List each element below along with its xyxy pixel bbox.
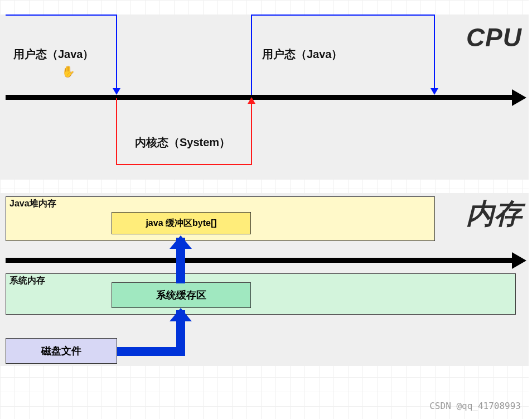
- user1-top-line: [6, 15, 117, 16]
- java-buffer-box: java 缓冲区byte[]: [112, 212, 251, 234]
- cpu-title: CPU: [466, 22, 522, 52]
- system-memory-label: 系统内存: [9, 275, 45, 287]
- system-buffer-label: 系统缓存区: [156, 288, 206, 302]
- memory-title: 内存: [466, 195, 522, 233]
- java-heap-label: Java堆内存: [9, 198, 56, 210]
- system-memory-box: 系统内存: [6, 273, 516, 315]
- system-buffer-box: 系统缓存区: [112, 282, 251, 308]
- cpu-timeline-arrow: [6, 95, 513, 100]
- disk-file-label: 磁盘文件: [41, 344, 81, 358]
- flow-sys-to-heap-arrow: [176, 238, 185, 283]
- user-state-1-label: 用户态（Java）: [13, 47, 94, 62]
- flow-disk-to-sys-arrow: [176, 310, 185, 356]
- kernel-bottom-line: [116, 164, 252, 165]
- flow-disk-horizontal: [117, 347, 185, 356]
- user-state-2-label: 用户态（Java）: [262, 47, 343, 62]
- kernel-up-arrow: [251, 98, 252, 165]
- user2-left-down: [251, 15, 252, 95]
- java-buffer-label: java 缓冲区byte[]: [146, 218, 216, 229]
- watermark-text: CSDN @qq_41708993: [429, 401, 521, 411]
- kernel-left-line: [116, 98, 117, 165]
- memory-panel: 内存 Java堆内存 java 缓冲区byte[] 系统内存 系统缓存区 磁盘文…: [0, 193, 532, 366]
- disk-file-box: 磁盘文件: [6, 338, 117, 364]
- user1-down-arrow: [116, 15, 117, 94]
- hand-cursor-icon: ✋: [61, 65, 75, 78]
- user2-top-line: [251, 15, 435, 16]
- user2-right-down-arrow: [434, 15, 435, 94]
- memory-timeline-arrow: [6, 258, 513, 263]
- right-crop-edge: [529, 0, 532, 419]
- kernel-state-label: 内核态（System）: [135, 135, 230, 150]
- cpu-panel: CPU 用户态（Java） ✋ 内核态（System） /* local ove…: [0, 15, 532, 180]
